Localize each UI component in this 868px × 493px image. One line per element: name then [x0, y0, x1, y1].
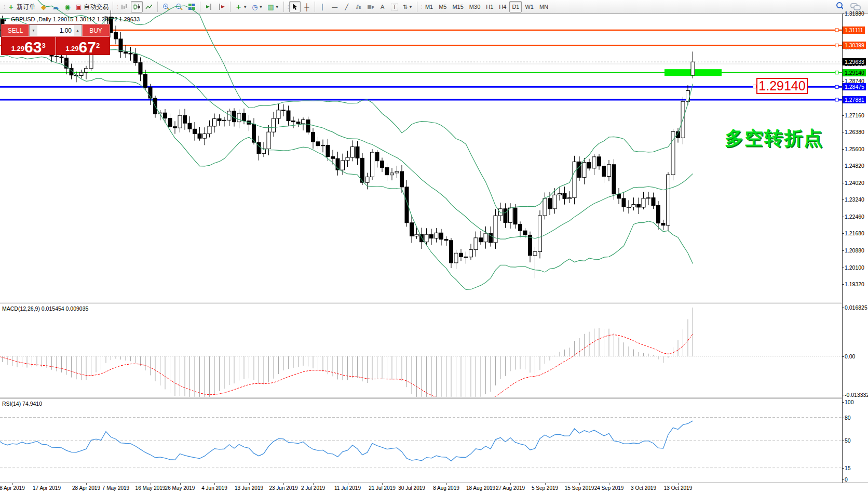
time-tick	[481, 483, 481, 485]
time-label: 17 Apr 2019	[33, 485, 61, 491]
sell-button[interactable]: SELL	[2, 24, 29, 36]
time-axis[interactable]: 8 Apr 201917 Apr 201928 Apr 20197 May 20…	[0, 483, 868, 493]
candle-down	[479, 238, 483, 242]
volume-input[interactable]: 1.00	[37, 25, 74, 36]
time-tick	[510, 483, 511, 485]
candle-down	[444, 239, 448, 241]
candle-down	[287, 111, 290, 121]
candle-down	[311, 132, 315, 142]
price-tick-label: 1.26380	[845, 129, 864, 135]
collapse-panel-icon[interactable]: ▲	[3, 18, 7, 22]
candle-down	[440, 233, 443, 239]
sell-price-pip: 3	[42, 37, 45, 55]
candle-down	[430, 234, 433, 238]
candle-up	[213, 118, 216, 126]
volume-down-button[interactable]: ▼	[30, 25, 37, 36]
candle-down	[528, 235, 532, 255]
time-tick	[545, 483, 546, 485]
candle-down	[588, 163, 591, 168]
candle-up	[85, 69, 88, 72]
time-label: 3 Oct 2019	[631, 485, 656, 491]
chart-header: ▲ GBPUSD-,Daily 1.29015 1.30112 1.28872 …	[3, 16, 140, 22]
volume-up-button[interactable]: ▲	[74, 25, 82, 36]
price-tick-label: 1.20880	[845, 247, 864, 254]
candle-down	[563, 193, 566, 198]
candle-up	[208, 126, 211, 134]
candle-up	[553, 195, 557, 209]
candle-down	[134, 54, 138, 63]
candle-down	[331, 156, 335, 158]
candle-down	[578, 162, 581, 177]
candle-down	[652, 198, 655, 206]
candle-up	[365, 177, 369, 182]
time-label: 15 Sep 2019	[565, 485, 594, 491]
time-tick	[678, 483, 679, 485]
price-tick-label: 1.24020	[845, 180, 864, 186]
candle-up	[351, 146, 355, 157]
price-tick-label: 1.27160	[845, 112, 864, 118]
time-tick	[47, 483, 47, 485]
buy-price-pip: 2	[96, 37, 100, 55]
candle-up	[425, 234, 428, 242]
time-label: 8 Aug 2019	[433, 485, 459, 491]
candle-down	[622, 198, 626, 207]
candle-up	[178, 115, 182, 128]
candle-down	[464, 257, 468, 257]
time-tick	[348, 483, 348, 485]
candle-down	[548, 198, 552, 209]
time-label: 23 Jun 2019	[269, 485, 297, 491]
sell-price-main: 63	[24, 40, 42, 55]
price-tick-label: 1.19320	[845, 281, 864, 287]
time-label: 5 Sep 2019	[532, 485, 558, 491]
chat-icon[interactable]	[850, 3, 861, 11]
candle-up	[223, 120, 226, 121]
candle-down	[168, 118, 172, 127]
candle-up	[454, 253, 458, 263]
candle-up	[573, 162, 576, 197]
price-flag-label[interactable]: 1.29140	[756, 78, 808, 94]
main-price-chart[interactable]	[0, 0, 842, 302]
time-label: 27 Aug 2019	[496, 485, 525, 491]
sell-price-prefix: 1.29	[11, 43, 24, 55]
candle-up	[484, 233, 487, 242]
candle-down	[612, 165, 616, 194]
buy-price-main: 67	[79, 40, 96, 55]
macd-indicator-panel[interactable]	[0, 303, 842, 397]
candle-up	[341, 161, 345, 170]
level-axis-label: 1.31111	[843, 26, 865, 34]
rsi-axis-label: 100	[845, 399, 854, 405]
candle-down	[617, 194, 621, 198]
level-anchor	[835, 44, 838, 47]
candle-up	[272, 118, 276, 132]
buy-price[interactable]: 1.29672	[56, 37, 110, 56]
candle-down	[55, 56, 59, 57]
level-axis-label: 1.28475	[843, 83, 866, 90]
time-tick	[382, 483, 383, 485]
candle-down	[504, 209, 507, 223]
buy-button[interactable]: BUY	[82, 24, 110, 36]
time-label: 4 Jun 2019	[201, 485, 227, 491]
candle-up	[321, 145, 325, 145]
candle-down	[450, 241, 453, 263]
rsi-indicator-panel[interactable]	[0, 398, 842, 483]
candle-down	[637, 205, 641, 207]
candle-up	[582, 163, 586, 178]
candle-down	[519, 224, 522, 231]
sell-price[interactable]: 1.29633	[2, 37, 56, 56]
time-label: 28 Apr 2019	[72, 485, 100, 491]
candle-down	[119, 39, 123, 52]
flag-anchor	[753, 85, 756, 88]
time-label: 21 Jul 2019	[369, 485, 396, 491]
candle-up	[691, 62, 695, 75]
time-tick	[249, 483, 250, 485]
level-axis-label: 1.30399	[843, 42, 866, 49]
price-tick-label: 1.23240	[845, 196, 864, 203]
time-tick	[180, 483, 181, 485]
level-anchor	[835, 71, 838, 74]
cn-annotation-text[interactable]: 多空转折点	[725, 126, 823, 151]
candle-up	[568, 198, 572, 199]
candle-down	[356, 146, 359, 158]
time-tick	[609, 483, 609, 485]
candle-down	[296, 122, 300, 124]
candle-down	[385, 168, 389, 175]
